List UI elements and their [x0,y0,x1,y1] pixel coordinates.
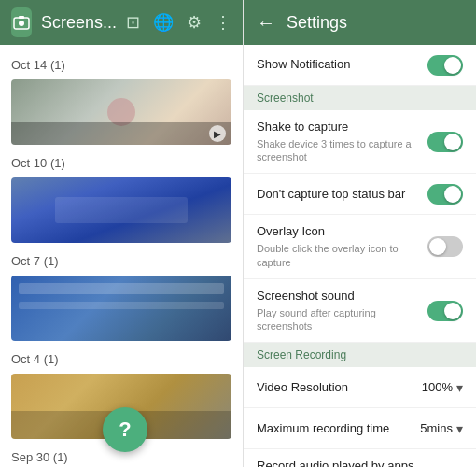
setting-text: Show Notification [257,57,427,73]
setting-text: Overlay Icon Double click the overlay ic… [257,224,427,268]
setting-shake-capture: Shake to capture Shake device 3 times to… [244,110,476,174]
setting-desc: Shake device 3 times to capture a screen… [257,137,420,164]
gallery-icon[interactable]: ⊡ [126,12,140,33]
header-icons: ⊡ 🌐 ⚙ ⋮ [126,12,231,33]
toggle-screenshot-sound[interactable] [427,301,463,321]
back-button[interactable]: ← [257,12,275,34]
svg-rect-2 [19,16,24,19]
setting-max-recording-time: Maximum recording time 5mins ▾ [244,408,476,449]
toggle-no-status-bar[interactable] [427,184,463,205]
setting-overlay-icon: Overlay Icon Double click the overlay ic… [244,215,476,278]
app-icon [11,7,32,37]
setting-video-resolution: Video Resolution 100% ▾ [244,367,476,408]
right-panel: ← Settings Show Notification Screenshot … [243,0,476,467]
setting-label: Screenshot sound [257,289,420,304]
setting-screenshot-sound: Screenshot sound Play sound after captur… [244,279,476,343]
date-oct10: Oct 10 (1) [0,150,243,174]
section-screenshot: Screenshot [244,86,476,110]
globe-icon[interactable]: 🌐 [153,12,174,33]
setting-text: Record audio played by apps Not all Apps… [257,459,427,467]
left-panel: Screens... ⊡ 🌐 ⚙ ⋮ Oct 14 (1) ▶ Oct 10 (… [0,0,243,467]
setting-label: Show Notification [257,57,420,73]
setting-record-app-audio: Record audio played by apps Not all Apps… [244,449,476,467]
thumbnail-oct7[interactable] [11,276,231,341]
setting-label: Overlay Icon [257,224,420,240]
settings-icon[interactable]: ⚙ [187,12,202,33]
toggle-show-notification[interactable] [427,55,463,76]
setting-label: Don't capture top status bar [257,187,420,203]
thumbnail-row-oct10[interactable] [0,174,243,247]
overflow-icon[interactable]: ⋮ [215,12,231,33]
date-oct14: Oct 14 (1) [0,52,243,76]
left-header: Screens... ⊡ 🌐 ⚙ ⋮ [0,0,243,45]
right-header: ← Settings [244,0,476,45]
app-title: Screens... [41,13,117,33]
left-content: Oct 14 (1) ▶ Oct 10 (1) Oct 7 (1) [0,45,243,467]
max-recording-label: Maximum recording time [257,421,389,435]
setting-text: Screenshot sound Play sound after captur… [257,289,427,333]
play-btn[interactable]: ▶ [209,125,226,142]
svg-point-1 [19,21,24,26]
settings-title: Settings [287,13,347,33]
setting-label: Record audio played by apps [257,459,420,467]
thumbnail-oct14[interactable]: ▶ [11,79,231,145]
setting-label: Shake to capture [257,120,420,135]
date-oct7: Oct 7 (1) [0,248,243,272]
chevron-down-icon: ▾ [456,421,463,436]
setting-no-status-bar: Don't capture top status bar [244,174,476,215]
max-recording-value: 5mins [420,421,453,435]
setting-desc: Play sound after capturing screenshots [257,306,420,333]
setting-text: Shake to capture Shake device 3 times to… [257,120,427,163]
thumbnail-row[interactable]: ▶ [0,76,243,149]
setting-show-notification: Show Notification [244,45,476,86]
settings-content: Show Notification Screenshot Shake to ca… [244,45,476,467]
video-resolution-dropdown[interactable]: 100% ▾ [422,380,463,395]
toggle-shake-capture[interactable] [427,132,463,152]
fab-button[interactable]: ? [103,407,147,452]
max-recording-dropdown[interactable]: 5mins ▾ [420,421,463,436]
setting-text: Don't capture top status bar [257,187,427,203]
chevron-down-icon: ▾ [456,380,463,395]
thumbnail-row-oct7[interactable] [0,272,243,345]
toggle-overlay-icon[interactable] [427,236,463,257]
video-resolution-value: 100% [422,380,453,394]
date-oct4: Oct 4 (1) [0,347,243,370]
video-resolution-label: Video Resolution [257,380,348,394]
thumbnail-oct10[interactable] [11,177,231,243]
section-screen-recording: Screen Recording [244,343,476,367]
setting-desc: Double click the overlay icon to capture [257,242,420,269]
